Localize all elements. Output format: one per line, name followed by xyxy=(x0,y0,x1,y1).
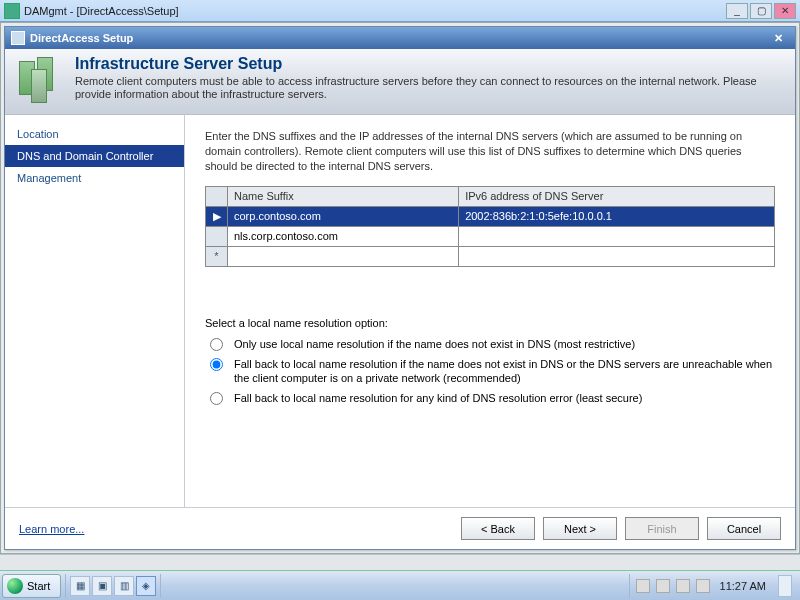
radio-text: Fall back to local name resolution if th… xyxy=(234,357,775,386)
radio-option-least-secure[interactable]: Fall back to local name resolution for a… xyxy=(205,391,775,405)
page-heading: Infrastructure Server Setup xyxy=(75,55,783,73)
start-button[interactable]: Start xyxy=(2,574,61,598)
radio-input[interactable] xyxy=(210,358,223,371)
ql-damgmt-icon[interactable]: ◈ xyxy=(136,576,156,596)
nav-item-dns[interactable]: DNS and Domain Controller xyxy=(5,145,184,167)
learn-more-link[interactable]: Learn more... xyxy=(19,523,84,535)
app-titlebar: DAMgmt - [DirectAccess\Setup] _ ▢ ✕ xyxy=(0,0,800,22)
ql-explorer-icon[interactable]: ▦ xyxy=(70,576,90,596)
row-indicator xyxy=(206,226,228,246)
ql-folder-icon[interactable]: ▥ xyxy=(114,576,134,596)
table-row[interactable]: ▶ corp.contoso.com 2002:836b:2:1:0:5efe:… xyxy=(206,206,775,226)
windows-orb-icon xyxy=(7,578,23,594)
tray-flag-icon[interactable] xyxy=(656,579,670,593)
wizard-close-button[interactable]: ✕ xyxy=(768,32,789,45)
start-label: Start xyxy=(27,580,50,592)
app-icon xyxy=(4,3,20,19)
show-desktop-button[interactable] xyxy=(778,575,792,597)
tray-shield-icon[interactable] xyxy=(636,579,650,593)
app-statusbar xyxy=(0,554,800,570)
finish-button[interactable]: Finish xyxy=(625,517,699,540)
radio-option-restrictive[interactable]: Only use local name resolution if the na… xyxy=(205,337,775,351)
radio-input[interactable] xyxy=(210,338,223,351)
document-area: DirectAccess Setup ✕ Infrastructure Serv… xyxy=(0,22,800,554)
nav-item-management[interactable]: Management xyxy=(5,167,184,189)
minimize-button[interactable]: _ xyxy=(726,3,748,19)
cancel-button[interactable]: Cancel xyxy=(707,517,781,540)
cell-suffix[interactable] xyxy=(228,246,459,266)
system-tray: 11:27 AM xyxy=(629,574,798,598)
radio-input[interactable] xyxy=(210,392,223,405)
row-indicator-new: * xyxy=(206,246,228,266)
radio-option-recommended[interactable]: Fall back to local name resolution if th… xyxy=(205,357,775,386)
wizard-footer: Learn more... < Back Next > Finish Cance… xyxy=(5,507,795,549)
wizard-banner: Infrastructure Server Setup Remote clien… xyxy=(5,49,795,115)
next-button[interactable]: Next > xyxy=(543,517,617,540)
taskbar: Start ▦ ▣ ▥ ◈ 11:27 AM xyxy=(0,570,800,600)
back-button[interactable]: < Back xyxy=(461,517,535,540)
cell-ipv6[interactable]: 2002:836b:2:1:0:5efe:10.0.0.1 xyxy=(459,206,775,226)
tray-clock[interactable]: 11:27 AM xyxy=(720,580,766,592)
table-corner xyxy=(206,186,228,206)
tray-volume-icon[interactable] xyxy=(696,579,710,593)
wizard-icon xyxy=(11,31,25,45)
cell-ipv6[interactable] xyxy=(459,226,775,246)
resolution-option-group: Select a local name resolution option: O… xyxy=(205,317,775,406)
col-ipv6[interactable]: IPv6 address of DNS Server xyxy=(459,186,775,206)
tray-network-icon[interactable] xyxy=(676,579,690,593)
resolution-label: Select a local name resolution option: xyxy=(205,317,775,329)
radio-text: Only use local name resolution if the na… xyxy=(234,337,635,351)
wizard-titlebar: DirectAccess Setup ✕ xyxy=(5,27,795,49)
cell-suffix[interactable]: nls.corp.contoso.com xyxy=(228,226,459,246)
instructions-text: Enter the DNS suffixes and the IP addres… xyxy=(205,129,775,174)
radio-text: Fall back to local name resolution for a… xyxy=(234,391,642,405)
wizard-window: DirectAccess Setup ✕ Infrastructure Serv… xyxy=(4,26,796,550)
servers-icon xyxy=(17,55,63,107)
col-name-suffix[interactable]: Name Suffix xyxy=(228,186,459,206)
nav-item-location[interactable]: Location xyxy=(5,123,184,145)
dns-table[interactable]: Name Suffix IPv6 address of DNS Server ▶… xyxy=(205,186,775,267)
app-title: DAMgmt - [DirectAccess\Setup] xyxy=(24,5,726,17)
table-row[interactable]: nls.corp.contoso.com xyxy=(206,226,775,246)
cell-ipv6[interactable] xyxy=(459,246,775,266)
table-row-new[interactable]: * xyxy=(206,246,775,266)
wizard-content: Enter the DNS suffixes and the IP addres… xyxy=(185,115,795,507)
ql-server-icon[interactable]: ▣ xyxy=(92,576,112,596)
restore-button[interactable]: ▢ xyxy=(750,3,772,19)
quick-launch: ▦ ▣ ▥ ◈ xyxy=(65,574,161,598)
cell-suffix[interactable]: corp.contoso.com xyxy=(228,206,459,226)
close-button[interactable]: ✕ xyxy=(774,3,796,19)
wizard-title: DirectAccess Setup xyxy=(30,32,133,44)
row-indicator-current: ▶ xyxy=(206,206,228,226)
wizard-nav: Location DNS and Domain Controller Manag… xyxy=(5,115,185,507)
page-subheading: Remote client computers must be able to … xyxy=(75,75,783,101)
